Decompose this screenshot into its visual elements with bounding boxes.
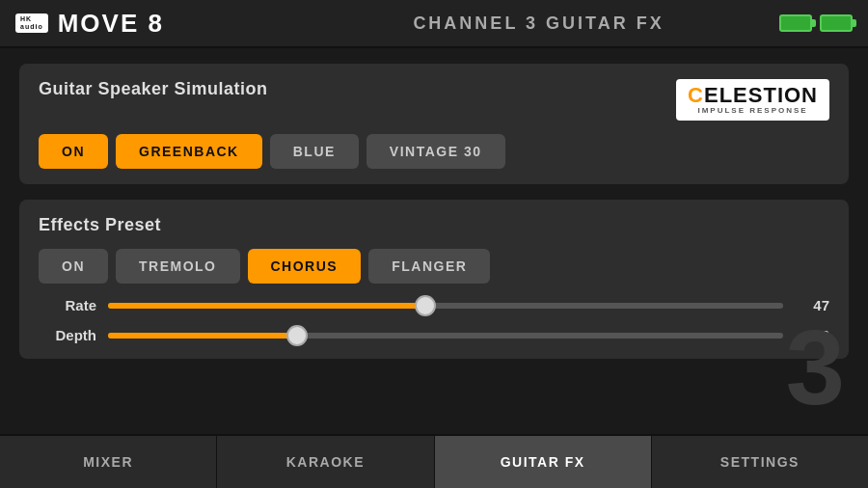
nav-karaoke-button[interactable]: KARAOKE	[217, 436, 434, 488]
effects-preset-panel: Effects Preset ON TREMOLO CHORUS FLANGER…	[19, 200, 849, 359]
effects-tremolo-button[interactable]: TREMOLO	[116, 249, 240, 284]
celestion-c: C	[688, 83, 704, 107]
rate-slider-track[interactable]	[108, 303, 783, 309]
main-content: Guitar Speaker Simulation CELESTION IMPU…	[0, 48, 868, 434]
hk-logo-line1: HK	[20, 15, 43, 23]
rate-slider-thumb[interactable]	[415, 295, 436, 316]
app-title: MOVE 8	[58, 9, 298, 39]
hk-logo-line2: audio	[20, 23, 43, 31]
effects-flanger-button[interactable]: FLANGER	[368, 249, 490, 284]
rate-label: Rate	[39, 297, 96, 313]
guitar-sim-header: Guitar Speaker Simulation CELESTION IMPU…	[39, 79, 829, 121]
battery-icon-2	[820, 14, 853, 32]
channel-label: CHANNEL 3 GUITAR FX	[298, 14, 779, 34]
nav-settings-button[interactable]: SETTINGS	[652, 436, 868, 488]
guitar-sim-greenback-button[interactable]: GREENBACK	[116, 134, 262, 169]
battery-icon-1	[779, 14, 812, 32]
guitar-sim-title: Guitar Speaker Simulation	[39, 79, 268, 99]
nav-guitar-fx-button[interactable]: GUITAR FX	[435, 436, 652, 488]
bottom-nav: MIXER KARAOKE GUITAR FX SETTINGS	[0, 434, 868, 488]
guitar-sim-vintage30-button[interactable]: VINTAGE 30	[366, 134, 505, 169]
hk-logo: HK audio	[15, 14, 48, 34]
effects-preset-title: Effects Preset	[39, 215, 829, 235]
guitar-sim-panel: Guitar Speaker Simulation CELESTION IMPU…	[19, 64, 849, 184]
depth-slider-track[interactable]	[108, 333, 783, 339]
depth-label: Depth	[39, 327, 96, 343]
depth-slider-thumb[interactable]	[286, 325, 308, 346]
guitar-sim-blue-button[interactable]: BLUE	[270, 134, 359, 169]
celestion-rest: ELESTION	[704, 83, 818, 107]
rate-slider-fill	[108, 303, 425, 309]
rate-slider-row: Rate 47	[39, 297, 829, 313]
effects-on-button[interactable]: ON	[39, 249, 108, 284]
channel-number-watermark: 3	[786, 314, 845, 420]
effects-chorus-button[interactable]: CHORUS	[248, 249, 362, 284]
battery-container	[779, 14, 853, 32]
effects-btn-group: ON TREMOLO CHORUS FLANGER	[39, 249, 829, 284]
celestion-logo: CELESTION IMPULSE RESPONSE	[676, 79, 829, 121]
header: HK audio MOVE 8 CHANNEL 3 GUITAR FX	[0, 0, 868, 48]
guitar-sim-on-button[interactable]: ON	[39, 134, 108, 169]
celestion-subtitle: IMPULSE RESPONSE	[697, 106, 807, 115]
depth-slider-row: Depth 26	[39, 327, 829, 343]
depth-slider-fill	[108, 333, 297, 339]
celestion-brand: CELESTION	[688, 85, 818, 106]
guitar-sim-btn-group: ON GREENBACK BLUE VINTAGE 30	[39, 134, 829, 169]
nav-mixer-button[interactable]: MIXER	[0, 436, 217, 488]
